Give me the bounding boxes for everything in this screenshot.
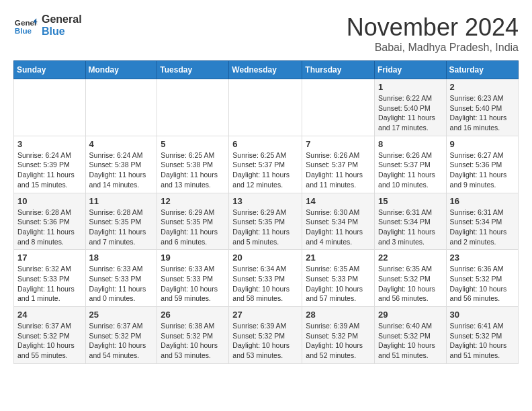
calendar-cell: 21Sunrise: 6:35 AMSunset: 5:33 PMDayligh… — [302, 250, 375, 307]
cell-info: Sunrise: 6:33 AM — [161, 264, 225, 274]
calendar-cell: 3Sunrise: 6:24 AMSunset: 5:39 PMDaylight… — [14, 136, 86, 193]
cell-info: Daylight: 10 hours and 56 minutes. — [378, 284, 443, 304]
calendar-week-row: 17Sunrise: 6:32 AMSunset: 5:33 PMDayligh… — [14, 250, 519, 307]
weekday-header-row: SundayMondayTuesdayWednesdayThursdayFrid… — [14, 61, 519, 79]
cell-info: Daylight: 10 hours and 56 minutes. — [450, 284, 515, 304]
calendar-cell — [85, 79, 157, 136]
weekday-header-friday: Friday — [375, 61, 447, 79]
calendar-cell: 10Sunrise: 6:28 AMSunset: 5:36 PMDayligh… — [14, 193, 86, 250]
weekday-header-thursday: Thursday — [302, 61, 375, 79]
cell-info: Daylight: 11 hours and 0 minutes. — [89, 284, 154, 304]
day-number: 4 — [89, 139, 154, 149]
calendar-cell: 20Sunrise: 6:34 AMSunset: 5:33 PMDayligh… — [229, 250, 302, 307]
cell-info: Daylight: 11 hours and 11 minutes. — [306, 170, 371, 189]
cell-info: Sunset: 5:33 PM — [306, 274, 371, 284]
cell-info: Sunset: 5:36 PM — [17, 217, 82, 227]
calendar-body: 1Sunrise: 6:22 AMSunset: 5:40 PMDaylight… — [14, 79, 519, 364]
cell-info: Daylight: 11 hours and 10 minutes. — [378, 170, 443, 189]
month-title: November 2024 — [347, 13, 519, 42]
calendar-cell: 7Sunrise: 6:26 AMSunset: 5:37 PMDaylight… — [302, 136, 375, 193]
cell-info: Sunset: 5:38 PM — [89, 160, 154, 170]
calendar-cell — [229, 79, 302, 136]
cell-info: Sunset: 5:40 PM — [450, 103, 515, 113]
cell-info: Daylight: 10 hours and 51 minutes. — [378, 340, 443, 360]
cell-info: Sunrise: 6:29 AM — [161, 208, 225, 218]
cell-info: Sunset: 5:35 PM — [89, 217, 154, 227]
calendar-cell: 11Sunrise: 6:28 AMSunset: 5:35 PMDayligh… — [85, 193, 157, 250]
cell-info: Sunrise: 6:28 AM — [89, 208, 154, 218]
cell-info: Daylight: 10 hours and 54 minutes. — [89, 340, 154, 360]
cell-info: Daylight: 10 hours and 57 minutes. — [306, 284, 371, 304]
cell-info: Sunrise: 6:37 AM — [89, 321, 154, 331]
day-number: 20 — [232, 253, 298, 263]
cell-info: Sunset: 5:32 PM — [17, 331, 82, 341]
cell-info: Daylight: 11 hours and 1 minute. — [17, 284, 82, 304]
cell-info: Daylight: 11 hours and 15 minutes. — [17, 170, 82, 189]
day-number: 17 — [17, 253, 82, 263]
day-number: 25 — [89, 310, 154, 320]
calendar-cell — [14, 79, 86, 136]
cell-info: Sunrise: 6:37 AM — [17, 321, 82, 331]
cell-info: Daylight: 10 hours and 58 minutes. — [232, 284, 298, 304]
day-number: 15 — [378, 196, 443, 206]
cell-info: Sunrise: 6:26 AM — [378, 150, 443, 161]
cell-info: Daylight: 11 hours and 5 minutes. — [232, 227, 298, 246]
calendar-cell: 22Sunrise: 6:35 AMSunset: 5:32 PMDayligh… — [375, 250, 447, 307]
cell-info: Sunset: 5:33 PM — [232, 274, 298, 284]
day-number: 6 — [232, 139, 298, 149]
cell-info: Daylight: 11 hours and 9 minutes. — [450, 170, 515, 189]
cell-info: Sunset: 5:40 PM — [378, 103, 443, 113]
page-header: General Blue General Blue November 2024 … — [13, 13, 519, 54]
cell-info: Sunset: 5:37 PM — [232, 160, 298, 170]
calendar-cell — [302, 79, 375, 136]
day-number: 24 — [17, 310, 82, 320]
cell-info: Daylight: 11 hours and 4 minutes. — [306, 227, 371, 246]
cell-info: Sunrise: 6:26 AM — [306, 150, 371, 161]
day-number: 28 — [306, 310, 371, 320]
day-number: 21 — [306, 253, 371, 263]
cell-info: Sunset: 5:37 PM — [378, 160, 443, 170]
cell-info: Sunset: 5:35 PM — [161, 217, 225, 227]
weekday-header-tuesday: Tuesday — [157, 61, 229, 79]
calendar-cell: 8Sunrise: 6:26 AMSunset: 5:37 PMDaylight… — [375, 136, 447, 193]
calendar-cell: 28Sunrise: 6:39 AMSunset: 5:32 PMDayligh… — [302, 307, 375, 364]
cell-info: Sunset: 5:37 PM — [306, 160, 371, 170]
cell-info: Sunset: 5:34 PM — [306, 217, 371, 227]
day-number: 29 — [378, 310, 443, 320]
calendar-cell: 14Sunrise: 6:30 AMSunset: 5:34 PMDayligh… — [302, 193, 375, 250]
day-number: 11 — [89, 196, 154, 206]
cell-info: Sunrise: 6:35 AM — [306, 264, 371, 274]
weekday-header-sunday: Sunday — [14, 61, 86, 79]
cell-info: Daylight: 11 hours and 6 minutes. — [161, 227, 225, 246]
cell-info: Sunset: 5:36 PM — [450, 160, 515, 170]
cell-info: Daylight: 10 hours and 51 minutes. — [450, 340, 515, 360]
calendar-cell: 15Sunrise: 6:31 AMSunset: 5:34 PMDayligh… — [375, 193, 447, 250]
cell-info: Sunrise: 6:41 AM — [450, 321, 515, 331]
title-block: November 2024 Babai, Madhya Pradesh, Ind… — [347, 13, 519, 54]
cell-info: Sunrise: 6:35 AM — [378, 264, 443, 274]
calendar-cell: 4Sunrise: 6:24 AMSunset: 5:38 PMDaylight… — [85, 136, 157, 193]
calendar-cell: 5Sunrise: 6:25 AMSunset: 5:38 PMDaylight… — [157, 136, 229, 193]
day-number: 5 — [161, 139, 225, 149]
day-number: 27 — [232, 310, 298, 320]
cell-info: Sunset: 5:35 PM — [232, 217, 298, 227]
calendar-week-row: 3Sunrise: 6:24 AMSunset: 5:39 PMDaylight… — [14, 136, 519, 193]
cell-info: Daylight: 11 hours and 17 minutes. — [378, 113, 443, 132]
calendar-cell: 30Sunrise: 6:41 AMSunset: 5:32 PMDayligh… — [446, 307, 518, 364]
calendar-cell: 13Sunrise: 6:29 AMSunset: 5:35 PMDayligh… — [229, 193, 302, 250]
cell-info: Sunrise: 6:22 AM — [378, 93, 443, 103]
cell-info: Daylight: 10 hours and 53 minutes. — [232, 340, 298, 360]
calendar-cell: 16Sunrise: 6:31 AMSunset: 5:34 PMDayligh… — [446, 193, 518, 250]
calendar-cell: 25Sunrise: 6:37 AMSunset: 5:32 PMDayligh… — [85, 307, 157, 364]
cell-info: Sunrise: 6:25 AM — [161, 150, 225, 161]
cell-info: Sunrise: 6:33 AM — [89, 264, 154, 274]
weekday-header-wednesday: Wednesday — [229, 61, 302, 79]
calendar-table: SundayMondayTuesdayWednesdayThursdayFrid… — [13, 60, 519, 364]
cell-info: Sunrise: 6:28 AM — [17, 208, 82, 218]
calendar-cell — [157, 79, 229, 136]
cell-info: Sunrise: 6:23 AM — [450, 93, 515, 103]
day-number: 14 — [306, 196, 371, 206]
logo-icon: General Blue — [13, 13, 38, 38]
cell-info: Sunrise: 6:30 AM — [306, 208, 371, 218]
cell-info: Sunrise: 6:25 AM — [232, 150, 298, 161]
